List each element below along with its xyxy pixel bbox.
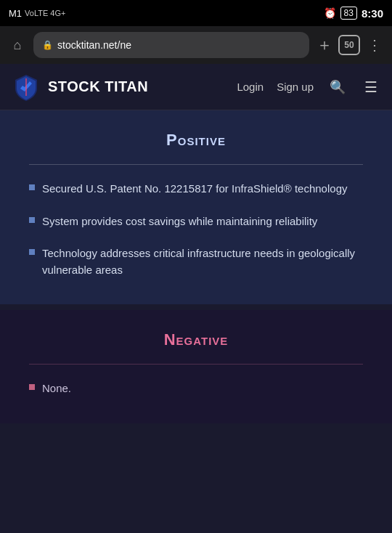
list-item: None.	[29, 381, 363, 397]
nav-bar: STOCK TITAN Login Sign up 🔍 ☰	[0, 64, 392, 110]
alarm-icon: ⏰	[324, 7, 336, 19]
new-tab-button[interactable]: ＋	[315, 33, 334, 57]
list-item: Secured U.S. Patent No. 12215817 for Inf…	[29, 181, 363, 198]
menu-icon[interactable]: ☰	[362, 76, 380, 99]
login-link[interactable]: Login	[237, 81, 264, 93]
status-left: M1 VoLTE 4G+	[9, 8, 65, 19]
bullet-icon	[29, 384, 35, 390]
carrier-text: M1	[9, 8, 22, 19]
status-bar: M1 VoLTE 4G+ ⏰ 83 8:30	[0, 0, 392, 26]
bullet-text: Secured U.S. Patent No. 12215817 for Inf…	[42, 181, 347, 198]
positive-section: Positive Secured U.S. Patent No. 1221581…	[0, 110, 392, 304]
bullet-text: System provides cost savings while maint…	[42, 213, 317, 230]
time-display: 8:30	[362, 7, 383, 20]
home-button[interactable]: ⌂	[7, 35, 28, 55]
browser-bar: ⌂ 🔒 stocktitan.net/ne ＋ 50 ⋮	[0, 26, 392, 64]
logo-icon	[12, 73, 41, 102]
logo-container: STOCK TITAN	[12, 73, 237, 102]
battery-indicator: 83	[340, 7, 357, 20]
nav-links: Login Sign up 🔍 ☰	[237, 76, 380, 99]
status-right: ⏰ 83 8:30	[324, 7, 383, 20]
logo-text: STOCK TITAN	[48, 78, 148, 95]
bullet-icon	[29, 217, 35, 223]
list-item: Technology addresses critical infrastruc…	[29, 245, 363, 278]
tab-count[interactable]: 50	[338, 35, 360, 55]
network-type: VoLTE 4G+	[25, 9, 65, 17]
negative-divider	[29, 364, 363, 365]
content-area: Positive Secured U.S. Patent No. 1221581…	[0, 110, 392, 423]
positive-bullet-list: Secured U.S. Patent No. 12215817 for Inf…	[29, 181, 363, 278]
bullet-icon	[29, 249, 35, 255]
negative-title: Negative	[29, 330, 363, 349]
url-bar[interactable]: 🔒 stocktitan.net/ne	[33, 32, 309, 58]
negative-section: Negative None.	[0, 310, 392, 423]
bullet-icon	[29, 184, 35, 190]
positive-title: Positive	[29, 131, 363, 150]
bullet-text: Technology addresses critical infrastruc…	[42, 245, 363, 278]
search-icon[interactable]: 🔍	[327, 76, 348, 98]
bullet-text: None.	[42, 381, 71, 397]
negative-bullet-list: None.	[29, 381, 363, 397]
url-text: stocktitan.net/ne	[57, 39, 131, 51]
list-item: System provides cost savings while maint…	[29, 213, 363, 230]
signup-link[interactable]: Sign up	[277, 81, 314, 93]
browser-actions: ＋ 50 ⋮	[315, 33, 385, 57]
positive-divider	[29, 164, 363, 165]
security-icon: 🔒	[42, 40, 53, 50]
more-button[interactable]: ⋮	[364, 35, 385, 55]
